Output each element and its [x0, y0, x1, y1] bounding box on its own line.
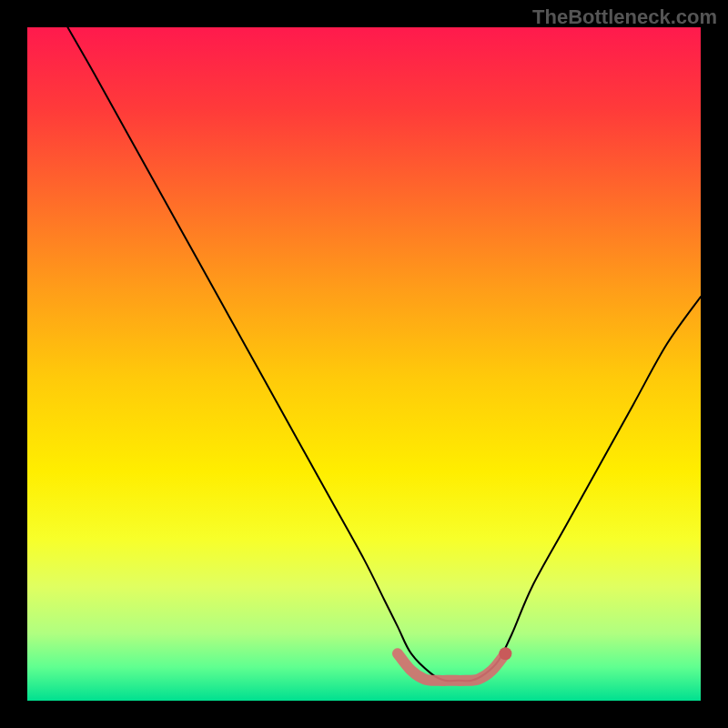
flat-zone-end-dot: [499, 647, 511, 660]
watermark: TheBottleneck.com: [532, 5, 717, 29]
flat-zone-line: [398, 653, 505, 681]
chart-svg: [27, 27, 701, 701]
chart-plot-area: [27, 27, 701, 701]
bottleneck-curve: [67, 27, 701, 681]
